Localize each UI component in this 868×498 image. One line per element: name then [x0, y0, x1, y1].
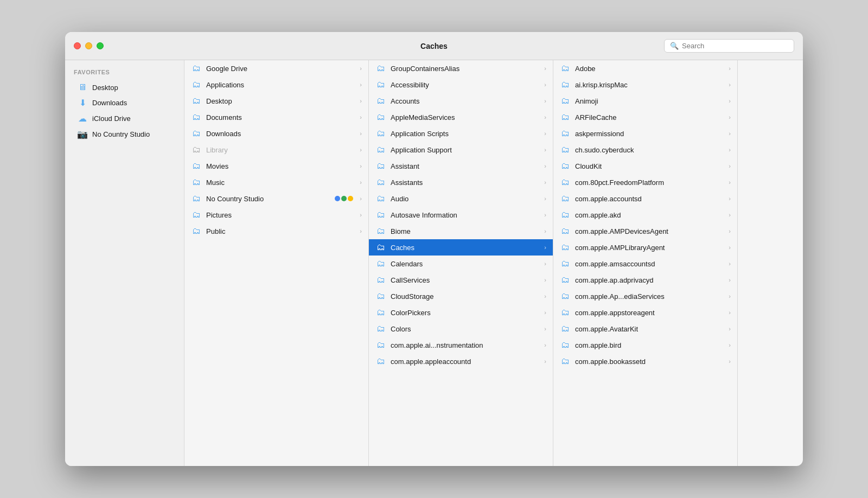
folder-icon: 🗂: [191, 129, 202, 138]
folder-item[interactable]: 🗂com.apple.ai...nstrumentation›: [369, 337, 553, 353]
folder-item[interactable]: 🗂Library›: [184, 142, 368, 158]
folder-icon: 🗂: [375, 63, 386, 73]
folder-item[interactable]: 🗂Calendars›: [369, 256, 553, 272]
folder-item[interactable]: 🗂com.apple.akd›: [553, 207, 737, 223]
folder-item[interactable]: 🗂com.apple.AMPLibraryAgent›: [553, 239, 737, 256]
folder-item[interactable]: 🗂Desktop›: [184, 93, 368, 109]
folder-icon: 🗂: [191, 194, 202, 203]
folder-icon: 🗂: [375, 242, 386, 252]
folder-name: Biome: [391, 227, 540, 235]
chevron-right-icon: ›: [544, 309, 546, 316]
folder-name: Applications: [206, 81, 355, 89]
folder-item[interactable]: 🗂ch.sudo.cyberduck›: [553, 142, 737, 158]
folder-item[interactable]: 🗂Audio›: [369, 190, 553, 207]
folder-item[interactable]: 🗂com.apple.accountsd›: [553, 190, 737, 207]
folder-name: CloudStorage: [391, 292, 540, 301]
chevron-right-icon: ›: [729, 81, 731, 88]
folder-item[interactable]: 🗂Accessibility›: [369, 76, 553, 93]
folder-icon: 🗂: [191, 210, 202, 220]
folder-name: Assistant: [391, 162, 540, 170]
folder-icon: 🗂: [375, 161, 386, 171]
folder-item[interactable]: 🗂com.apple.AMPDevicesAgent›: [553, 223, 737, 239]
chevron-right-icon: ›: [544, 228, 546, 234]
folder-item[interactable]: 🗂Google Drive›: [184, 60, 368, 76]
folder-item[interactable]: 🗂No Country Studio›: [184, 190, 368, 207]
sidebar-item-desktop[interactable]: 🖥 Desktop: [68, 80, 181, 95]
folder-item[interactable]: 🗂com.apple.ap.adprivacyd›: [553, 272, 737, 288]
folder-icon: 🗂: [375, 356, 386, 366]
folder-item[interactable]: 🗂com.apple.amsaccountsd›: [553, 256, 737, 272]
folder-item[interactable]: 🗂Pictures›: [184, 207, 368, 223]
folder-icon: 🗂: [191, 226, 202, 236]
folder-icon: 🗂: [560, 112, 571, 122]
folder-item[interactable]: 🗂CloudKit›: [553, 158, 737, 174]
folder-name: com.apple.AvatarKit: [575, 325, 724, 333]
folder-name: com.apple.ai...nstrumentation: [391, 341, 540, 349]
folder-icon: 🗂: [560, 275, 571, 285]
folder-item[interactable]: 🗂Assistant›: [369, 158, 553, 174]
folder-item[interactable]: 🗂GroupContainersAlias›: [369, 60, 553, 76]
folder-item[interactable]: 🗂Biome›: [369, 223, 553, 239]
folder-item[interactable]: 🗂com.apple.bird›: [553, 337, 737, 353]
folder-item[interactable]: 🗂com.apple.Ap...ediaServices›: [553, 288, 737, 304]
folder-icon: 🗂: [560, 210, 571, 220]
folder-name: Downloads: [206, 130, 355, 138]
sidebar-item-icloud[interactable]: ☁ iCloud Drive: [68, 111, 181, 126]
folder-item[interactable]: 🗂Movies›: [184, 158, 368, 174]
chevron-right-icon: ›: [360, 81, 362, 88]
folder-item[interactable]: 🗂com.apple.bookassetd›: [553, 353, 737, 369]
sidebar-item-label: Downloads: [92, 99, 127, 107]
folder-item[interactable]: 🗂Colors›: [369, 321, 553, 337]
folder-item[interactable]: 🗂Caches›: [369, 239, 553, 256]
folder-item[interactable]: 🗂com.80pct.FreedomPlatform›: [553, 174, 737, 190]
folder-item[interactable]: 🗂CloudStorage›: [369, 288, 553, 304]
folder-name: Google Drive: [206, 65, 355, 73]
search-input[interactable]: [682, 42, 788, 50]
folder-item[interactable]: 🗂Animoji›: [553, 93, 737, 109]
minimize-button[interactable]: [85, 42, 92, 49]
folder-item[interactable]: 🗂ai.krisp.krispMac›: [553, 76, 737, 93]
folder-icon: 🗂: [375, 194, 386, 203]
folder-item[interactable]: 🗂com.apple.AvatarKit›: [553, 321, 737, 337]
sidebar-item-downloads[interactable]: ⬇ Downloads: [68, 95, 181, 111]
chevron-right-icon: ›: [544, 358, 546, 365]
favorites-label: Favorites: [65, 69, 184, 80]
folder-item[interactable]: 🗂com.apple.appleaccountd›: [369, 353, 553, 369]
folder-item[interactable]: 🗂Autosave Information›: [369, 207, 553, 223]
folder-name: Documents: [206, 113, 355, 122]
maximize-button[interactable]: [97, 42, 104, 49]
folder-item[interactable]: 🗂com.apple.appstoreagent›: [553, 304, 737, 321]
folder-item[interactable]: 🗂CallServices›: [369, 272, 553, 288]
chevron-right-icon: ›: [729, 114, 731, 120]
icloud-icon: ☁: [77, 113, 88, 124]
folder-item[interactable]: 🗂askpermissiond›: [553, 125, 737, 142]
folder-name: Public: [206, 227, 355, 235]
folder-icon: 🗂: [560, 96, 571, 106]
folder-name: Audio: [391, 195, 540, 203]
chevron-right-icon: ›: [544, 114, 546, 120]
folder-item[interactable]: 🗂Adobe›: [553, 60, 737, 76]
chevron-right-icon: ›: [544, 98, 546, 104]
folder-name: Movies: [206, 162, 355, 170]
folder-item[interactable]: 🗂AppleMediaServices›: [369, 109, 553, 125]
folder-item[interactable]: 🗂Public›: [184, 223, 368, 239]
folder-item[interactable]: 🗂Downloads›: [184, 125, 368, 142]
folder-item[interactable]: 🗂ColorPickers›: [369, 304, 553, 321]
folder-item[interactable]: 🗂Application Scripts›: [369, 125, 553, 142]
close-button[interactable]: [74, 42, 81, 49]
folder-item[interactable]: 🗂Accounts›: [369, 93, 553, 109]
folder-item[interactable]: 🗂Applications›: [184, 76, 368, 93]
columns-container: 🗂Google Drive›🗂Applications›🗂Desktop›🗂Do…: [184, 60, 803, 466]
folder-icon: 🗂: [375, 177, 386, 187]
folder-item[interactable]: 🗂Assistants›: [369, 174, 553, 190]
chevron-right-icon: ›: [729, 146, 731, 153]
folder-icon: 🗂: [560, 291, 571, 301]
folder-icon: 🗂: [560, 161, 571, 171]
search-bar[interactable]: 🔍: [664, 39, 794, 53]
folder-item[interactable]: 🗂Music›: [184, 174, 368, 190]
sidebar-item-nocountry[interactable]: 📷 No Country Studio: [68, 126, 181, 142]
folder-item[interactable]: 🗂Application Support›: [369, 142, 553, 158]
folder-item[interactable]: 🗂Documents›: [184, 109, 368, 125]
folder-item[interactable]: 🗂ARFileCache›: [553, 109, 737, 125]
folder-icon: 🗂: [375, 308, 386, 317]
